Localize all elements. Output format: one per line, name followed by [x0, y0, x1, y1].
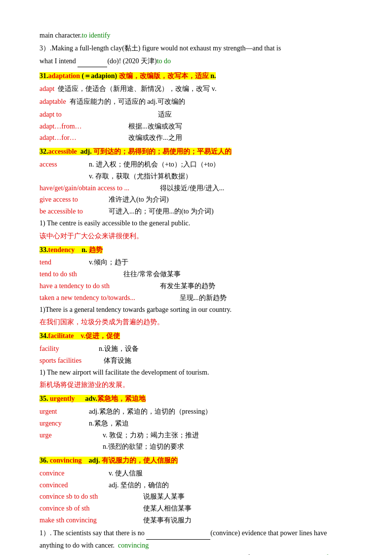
s31-adapt: adapt 使适应，使适合（新用途、新情况），改编，改写 v.: [39, 83, 353, 95]
s32-access-n: access n. 进入权；使用的机会（+to）;入口（+to）: [39, 159, 353, 171]
document-body: main character.to identify 3）.Making a f…: [39, 30, 353, 555]
section-32: 32.accessible adj. 可到达的；易得到的；易使用的；平易近人的 …: [39, 146, 353, 242]
s32-have-access: have/get/gain/obtain access to ... 得以接近/…: [39, 182, 353, 194]
s34-facility: facility n.设施，设备: [39, 343, 353, 355]
s34-example-en: 1) The new airport will facilitate the d…: [39, 367, 353, 379]
section-34-header: 34.facilitate v.促进，促使: [39, 330, 353, 342]
s33-taken-tendency: taken a new tendency to/towards... 呈现...…: [39, 292, 353, 304]
s36-example2-en: 2）. They believe that a leader is one wh…: [39, 552, 353, 555]
s33-tend: tend v.倾向；趋于: [39, 256, 353, 268]
intro-answer-3: to do: [157, 57, 171, 65]
s31-adaptable: adaptable 有适应能力的，可适应的 adj.可改编的: [39, 96, 353, 108]
s32-access-v: v. 存取，获取（尤指计算机数据）: [39, 171, 353, 182]
intro-line-2: 3）.Making a full-length clay(黏土) figure …: [39, 43, 353, 54]
intro-text-3: what I intend (do)! (2020 天津): [39, 57, 157, 65]
s31-adapt-for: adapt…for… 改编或改作...之用: [39, 132, 353, 144]
s34-sports: sports facilities 体育设施: [39, 355, 353, 367]
s32-example-zh: 该中心对于广大公众来讲很便利。: [39, 230, 353, 242]
s31-adapt-to: adapt to 适应: [39, 109, 353, 121]
intro-text-2: 3）.Making a full-length clay(黏土) figure …: [39, 44, 281, 52]
s36-convince: convince v. 使人信服: [39, 468, 353, 479]
section-36-header: 36. convincing adj. 有说服力的，使人信服的: [39, 455, 353, 467]
intro-identify: to identify: [82, 32, 111, 39]
intro-section: main character.to identify 3）.Making a f…: [39, 30, 353, 67]
s36-convince-sb-do: convince sb to do sth 说服某人某事: [39, 491, 353, 503]
s35-urgency: urgency n.紧急，紧迫: [39, 418, 353, 429]
section-35-header: 35. urgently adv.紧急地，紧迫地: [39, 393, 353, 405]
section-36: 36. convincing adj. 有说服力的，使人信服的 convince…: [39, 455, 353, 555]
s35-urge: urge v. 敦促；力劝；竭力主张；推进 n.强烈的欲望；迫切的要求: [39, 429, 353, 453]
s36-example1-en: 1）. The scientists say that there is no …: [39, 527, 353, 552]
s31-adapt-from: adapt…from… 根据...改编或改写: [39, 121, 353, 132]
section-35: 35. urgently adv.紧急地，紧迫地 urgent adj.紧急的，…: [39, 393, 353, 453]
section-33-header: 33.tendency n. 趋势: [39, 244, 353, 256]
s32-give-access: give access to 准许进入(to 为介词): [39, 194, 353, 206]
intro-line-3: what I intend (do)! (2020 天津)to do: [39, 55, 353, 68]
s32-example-en: 1) The centre is easily accessible to th…: [39, 217, 353, 229]
s33-example-zh: 在我们国家，垃圾分类成为普遍的趋势。: [39, 316, 353, 328]
section-32-header: 32.accessible adj. 可到达的；易得到的；易使用的；平易近人的: [39, 146, 353, 158]
section-31: 31.adaptation (＝adapion) 改编，改编版，改写本，适应 n…: [39, 70, 353, 144]
s34-example-zh: 新机场将促进旅游业的发展。: [39, 379, 353, 391]
s33-tend-to: tend to do sth 往往/常常会做某事: [39, 268, 353, 280]
section-34: 34.facilitate v.促进，促使 facility n.设施，设备 s…: [39, 330, 353, 391]
s32-be-accessible: be accessible to 可进入...的；可使用...的(to 为介词): [39, 206, 353, 217]
section-31-header: 31.adaptation (＝adapion) 改编，改编版，改写本，适应 n…: [39, 70, 353, 82]
s35-urgent: urgent adj.紧急的，紧迫的，迫切的（pressing）: [39, 406, 353, 418]
section-33: 33.tendency n. 趋势 tend v.倾向；趋于 tend to d…: [39, 244, 353, 329]
s33-have-tendency: have a tendency to do sth 有发生某事的趋势: [39, 280, 353, 292]
s33-example-en: 1)There is a general tendency towards ga…: [39, 304, 353, 316]
s36-make-convincing: make sth convincing 使某事有说服力: [39, 514, 353, 526]
s36-convinced: convinced adj. 坚信的，确信的: [39, 479, 353, 491]
intro-line-1: main character.to identify: [39, 30, 353, 42]
s36-convince-sb-of: convince sb of sth 使某人相信某事: [39, 503, 353, 514]
intro-text-1: main character.: [39, 32, 82, 39]
